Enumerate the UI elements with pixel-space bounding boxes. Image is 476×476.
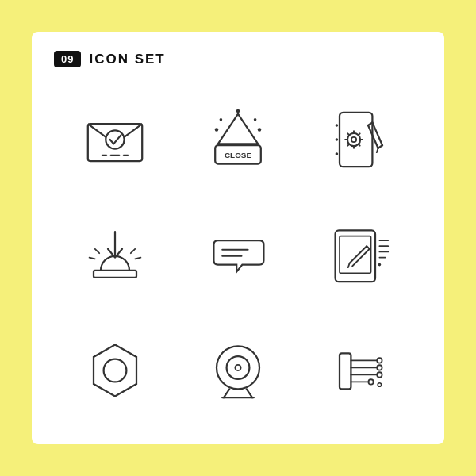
svg-point-68	[378, 383, 382, 387]
svg-rect-59	[340, 354, 351, 390]
svg-text:CLOSE: CLOSE	[225, 151, 251, 159]
email-verified-icon	[79, 104, 151, 175]
svg-point-31	[335, 152, 338, 155]
icon-cell-target-goal	[177, 313, 300, 428]
icon-cell-tablet-edit	[299, 198, 422, 313]
svg-point-30	[335, 138, 338, 141]
svg-point-53	[217, 347, 259, 390]
svg-line-22	[347, 144, 349, 146]
svg-point-55	[235, 365, 240, 370]
svg-line-35	[131, 249, 135, 253]
svg-point-10	[258, 128, 262, 132]
icon-grid: CLOSE	[54, 82, 422, 428]
close-sign-icon: CLOSE	[202, 104, 274, 175]
badge: 09	[54, 51, 81, 67]
svg-point-12	[254, 118, 257, 121]
svg-point-63	[377, 365, 382, 370]
svg-point-50	[378, 263, 381, 267]
svg-line-37	[136, 258, 141, 259]
press-button-icon	[79, 219, 151, 290]
svg-point-29	[335, 124, 338, 127]
icon-set-card: 09 ICON SET	[32, 32, 444, 444]
icon-cell-close-sign: CLOSE	[177, 82, 300, 198]
svg-marker-7	[218, 113, 258, 144]
icon-cell-mobile-settings	[299, 82, 422, 198]
tablet-edit-icon	[325, 219, 397, 290]
hexagon-nut-icon	[79, 335, 151, 406]
icon-cell-hexagon-nut	[54, 313, 177, 428]
svg-line-28	[376, 148, 378, 152]
svg-line-44	[367, 247, 370, 250]
icon-cell-email-verified	[54, 82, 177, 198]
svg-point-11	[220, 118, 223, 121]
svg-point-61	[377, 358, 382, 363]
card-header: 09 ICON SET	[54, 51, 166, 67]
svg-rect-40	[335, 231, 374, 282]
svg-line-20	[347, 133, 349, 135]
svg-line-34	[95, 249, 99, 253]
svg-point-1	[106, 130, 125, 148]
svg-line-21	[359, 144, 360, 146]
svg-point-67	[368, 379, 373, 384]
svg-point-15	[351, 137, 356, 142]
icon-cell-press-button	[54, 198, 177, 313]
svg-point-52	[104, 359, 127, 382]
svg-line-27	[378, 145, 382, 148]
target-goal-icon	[202, 335, 274, 406]
svg-line-25	[372, 122, 382, 145]
svg-rect-32	[94, 271, 136, 278]
svg-point-65	[377, 372, 382, 377]
chat-message-icon	[202, 219, 274, 290]
svg-line-57	[247, 390, 252, 398]
circuit-board-icon	[325, 335, 397, 406]
svg-line-23	[359, 133, 360, 135]
svg-line-36	[90, 258, 95, 259]
icon-cell-chat-message	[177, 198, 300, 313]
svg-point-54	[227, 356, 250, 379]
mobile-settings-icon	[325, 104, 397, 175]
svg-point-8	[236, 109, 240, 113]
card-title: ICON SET	[89, 52, 165, 67]
svg-line-56	[224, 390, 229, 398]
svg-rect-41	[340, 236, 371, 274]
icon-cell-circuit-board	[299, 313, 422, 428]
svg-line-45	[347, 263, 349, 267]
svg-point-9	[215, 128, 219, 132]
svg-marker-51	[94, 345, 136, 397]
